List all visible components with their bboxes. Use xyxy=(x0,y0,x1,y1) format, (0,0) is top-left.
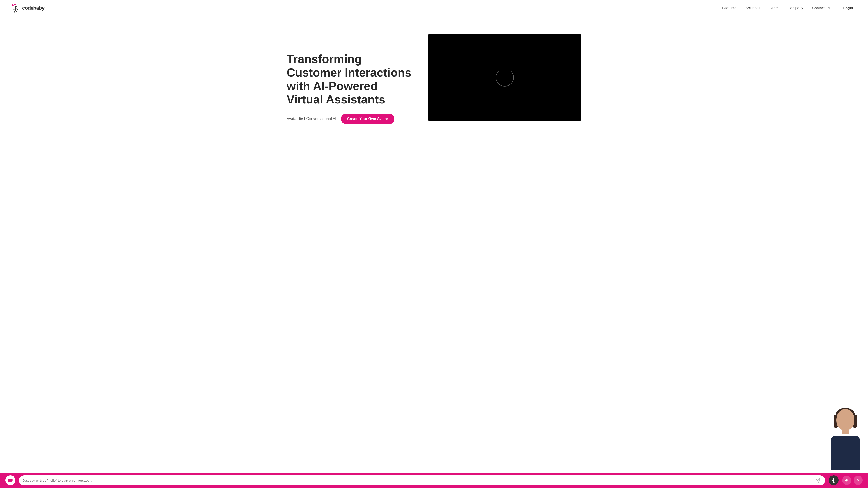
microphone-icon xyxy=(831,478,836,483)
logo[interactable]: codebaby xyxy=(11,3,44,13)
svg-point-0 xyxy=(12,4,13,6)
close-icon xyxy=(856,478,860,482)
svg-line-6 xyxy=(14,10,16,12)
chat-input[interactable] xyxy=(23,479,815,482)
close-button[interactable] xyxy=(854,476,863,485)
send-icon xyxy=(815,478,820,483)
nav-item-solutions[interactable]: Solutions xyxy=(745,6,761,10)
nav-item-contact[interactable]: Contact Us xyxy=(812,6,830,10)
nav-link-company[interactable]: Company xyxy=(788,6,803,10)
hero-subtitle: Avatar-first Conversational AI xyxy=(287,117,336,121)
main-section: Transforming Customer Interactions with … xyxy=(276,16,592,138)
chat-bar xyxy=(0,473,868,488)
nav-link-learn[interactable]: Learn xyxy=(770,6,779,10)
chat-bubble-button[interactable] xyxy=(5,475,16,485)
nav-item-learn[interactable]: Learn xyxy=(770,6,779,10)
avatar-head xyxy=(836,409,855,430)
nav-item-login[interactable]: Login xyxy=(839,4,857,12)
nav-link-features[interactable]: Features xyxy=(722,6,737,10)
svg-line-7 xyxy=(16,10,17,12)
brand-name: codebaby xyxy=(22,5,44,11)
nav-item-company[interactable]: Company xyxy=(788,6,803,10)
chat-bubble-icon xyxy=(8,478,13,483)
mic-button[interactable] xyxy=(829,475,839,485)
chat-input-wrap xyxy=(19,475,825,485)
volume-button[interactable] xyxy=(842,476,851,485)
nav-links: Features Solutions Learn Company Contact… xyxy=(722,4,857,12)
logo-icon xyxy=(11,3,20,13)
nav-item-features[interactable]: Features xyxy=(722,6,737,10)
nav-link-solutions[interactable]: Solutions xyxy=(745,6,761,10)
avatar-hair-right xyxy=(852,415,857,428)
bar-right-controls xyxy=(842,476,863,485)
video-loading-spinner xyxy=(496,68,514,87)
create-avatar-button[interactable]: Create Your Own Avatar xyxy=(341,113,395,124)
hero-right xyxy=(428,34,581,121)
navbar: codebaby Features Solutions Learn Compan… xyxy=(0,0,868,16)
avatar-hair xyxy=(836,408,855,420)
volume-icon xyxy=(844,478,849,483)
avatar-body xyxy=(831,436,860,470)
send-button[interactable] xyxy=(815,477,822,484)
hero-left: Transforming Customer Interactions with … xyxy=(287,34,414,124)
hero-title: Transforming Customer Interactions with … xyxy=(287,53,413,106)
nav-link-contact[interactable]: Contact Us xyxy=(812,6,830,10)
avatar-widget xyxy=(823,407,868,470)
svg-rect-8 xyxy=(833,478,834,481)
hero-subtitle-row: Avatar-first Conversational AI Create Yo… xyxy=(287,113,414,124)
avatar-neck xyxy=(842,429,849,434)
video-panel xyxy=(428,34,581,121)
avatar-figure xyxy=(823,407,868,470)
avatar-hair-left xyxy=(834,415,838,428)
login-button[interactable]: Login xyxy=(839,4,857,12)
svg-point-1 xyxy=(14,4,16,5)
